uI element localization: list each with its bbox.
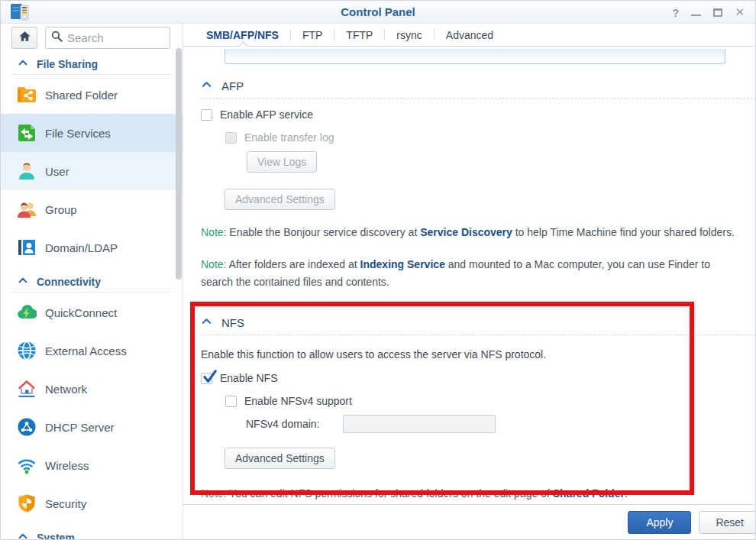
sidebar-item-security[interactable]: Security — [1, 484, 183, 522]
tab-rsync[interactable]: rsync — [385, 29, 433, 41]
control-panel-window: Control Panel ? ✕ — [0, 0, 756, 540]
sidebar-section-system[interactable]: System — [1, 531, 183, 540]
search-input[interactable] — [67, 31, 151, 44]
service-discovery-link[interactable]: Service Discovery — [420, 226, 512, 238]
view-logs-button[interactable]: View Logs — [247, 151, 317, 173]
nfs-section-header[interactable]: NFS — [201, 315, 741, 329]
afp-note-indexing: Note: After folders are indexed at Index… — [201, 256, 741, 290]
sidebar-item-wireless[interactable]: Wireless — [1, 446, 183, 484]
sidebar-item-user[interactable]: User — [1, 152, 183, 190]
main-panel: SMB/AFP/NFS FTP TFTP rsync Advanced — [183, 24, 756, 540]
chevron-up-icon — [201, 79, 212, 92]
sidebar-item-network[interactable]: Network — [1, 370, 183, 408]
enable-nfs-label: Enable NFS — [220, 372, 277, 384]
dhcp-server-icon — [17, 417, 37, 437]
home-icon — [18, 29, 32, 47]
sidebar-item-quickconnect[interactable]: QuickConnect — [1, 293, 183, 331]
enable-transfer-log-checkbox[interactable] — [225, 132, 237, 144]
close-icon[interactable]: ✕ — [735, 5, 745, 19]
quickconnect-icon — [17, 302, 37, 322]
sidebar-item-domain-ldap[interactable]: Domain/LDAP — [1, 228, 183, 267]
enable-afp-checkbox[interactable] — [201, 109, 212, 121]
footer-bar: Apply Reset — [183, 504, 756, 540]
nfs-description: Enable this function to allow users to a… — [201, 348, 741, 361]
search-icon — [50, 30, 63, 46]
divider — [201, 335, 756, 335]
apply-button[interactable]: Apply — [628, 511, 691, 534]
wireless-icon — [17, 455, 37, 475]
divider — [201, 98, 756, 99]
reset-button[interactable]: Reset — [699, 511, 756, 534]
divider — [11, 292, 172, 293]
chevron-up-icon — [201, 315, 212, 329]
enable-nfsv4-label: Enable NFSv4 support — [244, 395, 352, 407]
maximize-icon[interactable] — [713, 8, 722, 17]
chevron-up-icon — [18, 275, 28, 288]
group-icon — [17, 199, 37, 219]
user-icon — [17, 161, 37, 181]
tab-bar: SMB/AFP/NFS FTP TFTP rsync Advanced — [183, 24, 756, 47]
titlebar: Control Panel ? ✕ — [1, 1, 755, 24]
shared-folder-link[interactable]: Shared Folder — [553, 487, 625, 500]
security-shield-icon — [17, 493, 37, 513]
enable-nfsv4-checkbox[interactable] — [225, 396, 237, 407]
tab-tftp[interactable]: TFTP — [334, 29, 384, 41]
sidebar-section-file-sharing[interactable]: File Sharing — [1, 57, 183, 70]
afp-section-header[interactable]: AFP — [201, 79, 741, 92]
tab-advanced[interactable]: Advanced — [435, 29, 505, 41]
afp-note-bonjour: Note: Enable the Bonjour service discove… — [201, 224, 741, 241]
nfs-advanced-settings-button[interactable]: Advanced Settings — [225, 448, 335, 469]
enable-nfs-checkbox[interactable] — [201, 373, 212, 384]
sidebar: File Sharing Shared Folder — [1, 24, 183, 540]
sidebar-item-external-access[interactable]: External Access — [1, 331, 183, 370]
shared-folder-icon — [17, 85, 37, 105]
minimize-icon[interactable] — [691, 14, 701, 16]
file-services-icon — [17, 123, 37, 143]
enable-afp-label: Enable AFP service — [220, 108, 313, 121]
sidebar-item-group[interactable]: Group — [1, 190, 183, 228]
help-icon[interactable]: ? — [672, 6, 679, 19]
external-access-icon — [17, 341, 37, 361]
chevron-up-icon — [18, 531, 28, 540]
settings-scroll-area: AFP Enable AFP service Enable transfer l… — [183, 47, 756, 504]
smb-clipped-field — [225, 49, 725, 64]
enable-transfer-log-label: Enable transfer log — [244, 131, 334, 144]
domain-ldap-icon — [17, 238, 37, 257]
search-box[interactable] — [45, 27, 170, 49]
nfsv4-domain-input[interactable] — [343, 415, 496, 433]
tab-ftp[interactable]: FTP — [291, 29, 334, 41]
nfsv4-domain-label: NFSv4 domain: — [246, 418, 319, 430]
indexing-service-link[interactable]: Indexing Service — [360, 258, 445, 270]
chevron-up-icon — [18, 57, 28, 70]
sidebar-scrollbar-thumb[interactable] — [176, 48, 182, 280]
afp-advanced-settings-button[interactable]: Advanced Settings — [225, 189, 335, 210]
nfs-note-permissions: Note: You can edit NFS permissions for s… — [201, 485, 741, 502]
divider — [11, 74, 172, 75]
sidebar-section-connectivity[interactable]: Connectivity — [1, 275, 183, 288]
sidebar-item-file-services[interactable]: File Services — [1, 114, 183, 152]
window-title: Control Panel — [1, 5, 755, 18]
home-button[interactable] — [11, 27, 37, 49]
network-icon — [17, 379, 37, 399]
sidebar-item-dhcp-server[interactable]: DHCP Server — [1, 408, 183, 446]
tab-smb-afp-nfs[interactable]: SMB/AFP/NFS — [195, 29, 290, 41]
sidebar-item-shared-folder[interactable]: Shared Folder — [1, 76, 183, 114]
